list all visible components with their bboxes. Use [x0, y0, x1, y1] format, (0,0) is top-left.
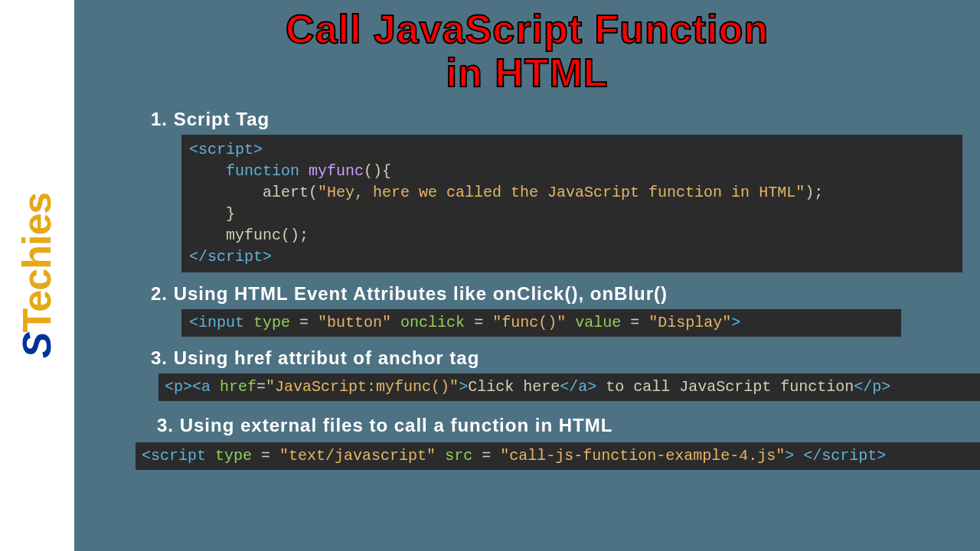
code-token: = — [621, 314, 648, 331]
code-token: alert( — [263, 184, 318, 201]
code-token: Click here — [468, 378, 560, 396]
code-token: <a — [192, 378, 211, 396]
code-token: type — [253, 314, 290, 331]
code-token: "func()" — [492, 314, 566, 331]
logo-letter-s: S — [15, 333, 60, 359]
code-block-event-attributes: <input type = "button" onclick = "func()… — [181, 309, 901, 337]
code-token: > — [459, 378, 468, 396]
title-line-2: in HTML — [97, 51, 957, 95]
code-token: = — [465, 314, 492, 331]
code-block-external-files: <script type = "text/javascript" src = "… — [136, 442, 980, 470]
code-token: "call-js-function-example-4.js" — [500, 447, 785, 465]
code-token: "text/javascript" — [279, 447, 436, 465]
stechies-logo: STechies — [15, 193, 60, 358]
heading-event-attributes: 2. Using HTML Event Attributes like onCl… — [151, 283, 957, 305]
code-token: < — [189, 314, 198, 331]
code-token — [794, 447, 803, 465]
code-token: (){ — [364, 162, 391, 180]
code-token: < — [142, 447, 151, 465]
logo-techies: Techies — [15, 193, 60, 333]
code-token: <p> — [165, 378, 192, 396]
code-token: "button" — [318, 314, 391, 331]
code-token: </script> — [803, 447, 886, 465]
code-token: </script> — [189, 248, 272, 266]
heading-external-files: 3. Using external files to call a functi… — [157, 415, 957, 436]
code-token: "Hey, here we called the JavaScript func… — [318, 184, 805, 201]
code-token: > — [785, 447, 794, 465]
code-token: = — [256, 378, 266, 396]
code-token: > — [731, 314, 740, 331]
code-token: </p> — [854, 378, 890, 396]
code-token: myfunc — [309, 162, 364, 180]
code-token: <script> — [189, 141, 263, 158]
code-token: src — [445, 447, 472, 465]
code-token: myfunc(); — [226, 227, 309, 244]
code-token: </a> — [560, 378, 596, 396]
code-block-script-tag: <script> function myfunc(){ alert("Hey, … — [181, 135, 962, 272]
code-token: href — [220, 378, 256, 396]
code-token: "Display" — [648, 314, 731, 331]
code-token: onclick — [400, 314, 465, 331]
code-token: ); — [805, 184, 823, 201]
code-token: script — [151, 447, 206, 465]
code-token: = — [472, 447, 500, 465]
code-token: type — [215, 447, 252, 465]
heading-href-anchor: 3. Using href attribut of anchor tag — [151, 347, 957, 369]
page-title: Call JavaScript Function in HTML — [97, 8, 957, 95]
code-token: "JavaScript:myfunc()" — [266, 378, 459, 396]
main-content: Call JavaScript Function in HTML 1. Scri… — [74, 0, 980, 551]
title-line-1: Call JavaScript Function — [97, 8, 957, 51]
code-token: value — [575, 314, 621, 331]
code-token: input — [198, 314, 244, 331]
sidebar: STechies — [0, 0, 74, 551]
heading-script-tag: 1. Script Tag — [151, 109, 957, 130]
code-token: = — [290, 314, 318, 331]
code-token: } — [226, 205, 235, 223]
code-block-href-anchor: <p><a href="JavaScript:myfunc()">Click h… — [158, 373, 980, 401]
code-token: function — [226, 162, 299, 180]
code-token: = — [252, 447, 279, 465]
code-token: to call JavaScript function — [596, 378, 854, 396]
